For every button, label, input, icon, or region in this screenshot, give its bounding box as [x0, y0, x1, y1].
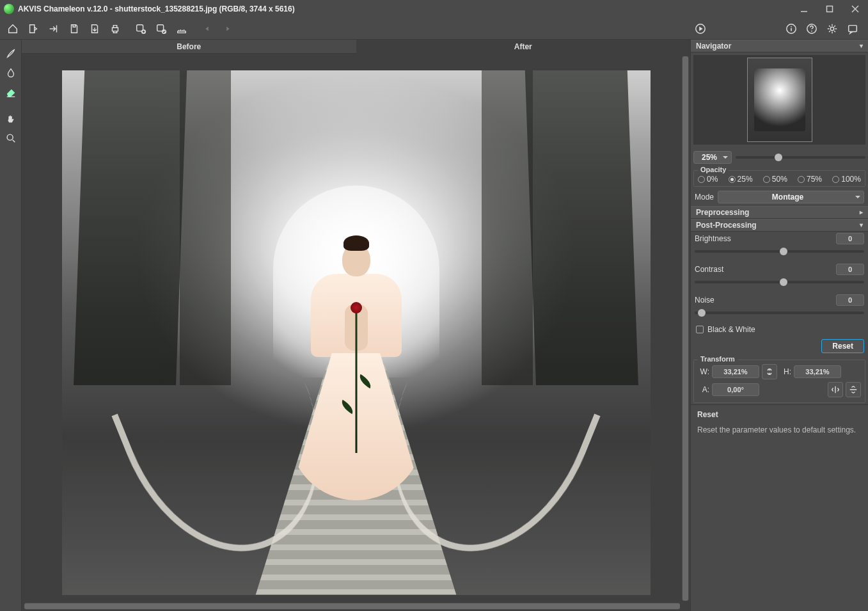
zoom-row: 25%: [691, 147, 868, 168]
navigator-title: Navigator: [696, 40, 731, 52]
eraser-tool[interactable]: [2, 83, 20, 101]
hint-panel: Reset Reset the parameter values to defa…: [691, 404, 868, 611]
contrast-slider[interactable]: [695, 278, 864, 287]
preset-add-button[interactable]: [132, 20, 150, 38]
export-button[interactable]: [86, 20, 104, 38]
app-logo-icon: [4, 4, 14, 14]
width-input[interactable]: 33,21%: [712, 365, 759, 378]
preprocessing-title: Preprocessing: [696, 206, 749, 219]
svg-rect-11: [849, 25, 857, 31]
height-input[interactable]: 33,21%: [794, 365, 841, 378]
window-title: AKVIS Chameleon v.12.0 - shutterstock_13…: [18, 4, 295, 13]
chevron-down-icon: ▾: [860, 219, 863, 232]
brush-tool[interactable]: [2, 45, 20, 63]
info-button[interactable]: [782, 20, 800, 38]
checkbox-box-icon: [696, 326, 704, 333]
hint-body: Reset the parameter values to default se…: [697, 424, 862, 436]
right-panel: Navigator ▾ 25% Opacity 0%25%50%75%100% …: [690, 40, 868, 611]
tool-strip: [0, 40, 22, 611]
close-button[interactable]: [842, 0, 868, 18]
navigator-header[interactable]: Navigator ▾: [691, 40, 868, 52]
canvas[interactable]: [22, 54, 690, 611]
maximize-button[interactable]: [817, 0, 842, 18]
horizontal-scrollbar[interactable]: [24, 603, 680, 610]
navigator-thumbnail: [748, 58, 812, 141]
view-tabs: Before After: [22, 40, 690, 54]
postprocessing-header[interactable]: Post-Processing ▾: [691, 219, 868, 232]
open-button[interactable]: [24, 20, 42, 38]
preset-save-button[interactable]: [152, 20, 170, 38]
reset-button[interactable]: Reset: [821, 339, 864, 353]
noise-param: Noise 0: [691, 293, 868, 324]
hand-tool[interactable]: [2, 110, 20, 128]
flip-vertical-button[interactable]: [846, 382, 861, 397]
vertical-scrollbar[interactable]: [682, 56, 689, 601]
opacity-radio-75[interactable]: 75%: [798, 175, 822, 184]
opacity-radio-100[interactable]: 100%: [832, 175, 861, 184]
redo-button[interactable]: [219, 20, 237, 38]
opacity-group: Opacity 0%25%50%75%100%: [693, 170, 865, 187]
chevron-down-icon: ▾: [860, 40, 863, 52]
h-label: H:: [780, 367, 791, 376]
radio-dot-icon: [832, 176, 839, 183]
minimize-button[interactable]: [791, 0, 817, 18]
opacity-radio-50[interactable]: 50%: [763, 175, 787, 184]
svg-point-12: [7, 134, 13, 140]
opacity-radio-0[interactable]: 0%: [698, 175, 718, 184]
brightness-value[interactable]: 0: [836, 233, 864, 244]
hint-title: Reset: [697, 410, 862, 419]
contrast-label: Contrast: [695, 265, 723, 274]
preprocessing-header[interactable]: Preprocessing ▸: [691, 206, 868, 219]
angle-input[interactable]: 0,00°: [712, 383, 759, 396]
radio-dot-icon: [798, 176, 805, 183]
chevron-right-icon: ▸: [860, 206, 863, 219]
drop-tool[interactable]: [2, 64, 20, 82]
bw-label: Black & White: [707, 325, 755, 334]
opacity-option-label: 0%: [707, 175, 718, 184]
a-label: A:: [698, 385, 709, 394]
undo-button[interactable]: [198, 20, 216, 38]
tab-after[interactable]: After: [356, 40, 691, 54]
print-button[interactable]: [106, 20, 124, 38]
link-aspect-button[interactable]: [762, 364, 777, 379]
main-toolbar: [0, 18, 868, 40]
svg-point-10: [830, 27, 833, 30]
radio-dot-icon: [729, 176, 736, 183]
zoom-value: 25%: [702, 153, 717, 162]
ruler-button[interactable]: [173, 20, 191, 38]
mode-value: Montage: [772, 193, 803, 202]
run-button[interactable]: [691, 20, 709, 38]
notify-button[interactable]: [844, 20, 862, 38]
save-button[interactable]: [65, 20, 83, 38]
noise-label: Noise: [695, 296, 714, 305]
contrast-value[interactable]: 0: [836, 264, 864, 275]
bw-checkbox[interactable]: Black & White: [691, 324, 868, 338]
opacity-radio-25[interactable]: 25%: [729, 175, 753, 184]
zoom-slider[interactable]: [736, 153, 865, 162]
navigator-preview[interactable]: [693, 55, 865, 145]
opacity-label: Opacity: [698, 166, 729, 173]
navigator-panel: [691, 52, 868, 147]
mode-label: Mode: [695, 193, 714, 202]
preview-image: [62, 70, 651, 595]
opacity-option-label: 100%: [841, 175, 861, 184]
tab-before[interactable]: Before: [22, 40, 356, 54]
svg-point-9: [811, 30, 812, 31]
noise-slider[interactable]: [695, 308, 864, 317]
mode-dropdown[interactable]: Montage: [718, 191, 864, 203]
svg-point-7: [791, 26, 792, 27]
flip-horizontal-button[interactable]: [828, 382, 843, 397]
home-button[interactable]: [4, 20, 22, 38]
opacity-options: 0%25%50%75%100%: [698, 175, 861, 184]
noise-value[interactable]: 0: [836, 294, 864, 306]
radio-dot-icon: [698, 176, 705, 183]
share-button[interactable]: [45, 20, 63, 38]
transform-group: Transform W: 33,21% H: 33,21% A: 0,00°: [693, 360, 865, 403]
brightness-slider[interactable]: [695, 247, 864, 256]
zoom-tool[interactable]: [2, 129, 20, 147]
w-label: W:: [698, 367, 709, 376]
help-button[interactable]: [803, 20, 821, 38]
zoom-dropdown[interactable]: 25%: [693, 151, 732, 164]
transform-label: Transform: [698, 355, 738, 363]
settings-button[interactable]: [823, 20, 841, 38]
